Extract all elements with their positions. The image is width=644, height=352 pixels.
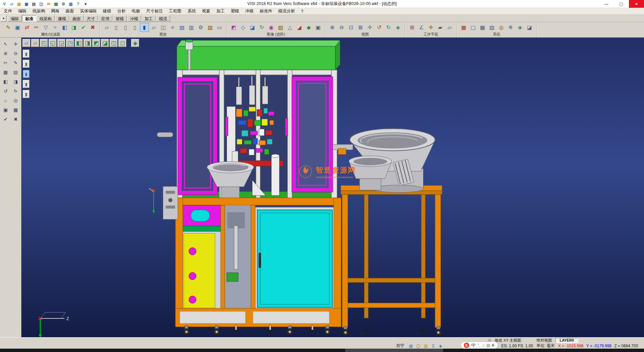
table-icon[interactable]: ▤ <box>11 68 20 76</box>
layer-settings-icon[interactable]: ⚙ <box>196 23 205 32</box>
wireframe-view-icon[interactable]: ◇ <box>238 23 248 32</box>
blank-document-icon[interactable]: ▱ <box>102 23 111 32</box>
taskbar-sliver[interactable] <box>0 349 644 352</box>
ime-toolbox-icon[interactable]: ✚ <box>491 343 495 348</box>
dynamic-rotate-icon[interactable]: ↻ <box>257 23 266 32</box>
snap-settings-icon[interactable]: ❄ <box>506 23 515 32</box>
tab-6[interactable]: 尺寸 <box>84 15 98 21</box>
save-document-icon[interactable]: ▣ <box>23 1 30 7</box>
help-icon[interactable]: ? <box>75 1 82 7</box>
menu-item-5[interactable]: 曲面 <box>63 8 77 14</box>
app-logo-icon[interactable]: V <box>1 1 8 7</box>
tab-7[interactable]: 应用 <box>98 15 112 21</box>
grid-icon[interactable]: ▦ <box>1 68 10 76</box>
trim-icon[interactable]: ✂ <box>1 59 10 67</box>
cylinder-layer-2-icon[interactable]: ▯ <box>121 23 130 32</box>
undo-icon[interactable]: ↺ <box>1 87 10 95</box>
taskbar-window-segment[interactable] <box>345 349 443 352</box>
menu-item-7[interactable]: 建模 <box>100 8 114 14</box>
measure-doc-icon[interactable]: ▭ <box>215 23 224 32</box>
texture-view-icon[interactable]: ▨ <box>276 23 285 32</box>
cylinder-layer-1-icon[interactable]: ▯ <box>112 23 121 32</box>
color-palette-icon[interactable]: ▦ <box>459 23 468 32</box>
screenshot-icon[interactable]: ▣ <box>314 23 323 32</box>
viewport-3d[interactable]: ▱▱◰◱◲◳◧◨◩◪◫◻◈ ▮▮▮▮▮ <box>21 38 644 337</box>
zoom-window-icon[interactable]: ⊡ <box>346 23 356 32</box>
filter-surfaces-icon[interactable]: ◨ <box>69 23 78 32</box>
ime-language-toggle[interactable]: 中 <box>471 342 476 348</box>
filter-apply-icon[interactable]: ✔ <box>79 23 88 32</box>
system-settings-icon[interactable]: ⚙ <box>60 1 67 7</box>
redo-icon[interactable]: ↻ <box>11 87 20 95</box>
menu-item-16[interactable]: 冲模 <box>242 8 257 14</box>
quick-filter-1-icon[interactable]: ▮ <box>23 50 30 58</box>
menu-item-14[interactable]: 加工 <box>213 8 228 14</box>
quick-filter-4-icon[interactable]: ▮ <box>23 80 30 88</box>
database-icon[interactable]: ▥ <box>67 1 74 7</box>
menu-item-6[interactable]: 实体编辑 <box>77 8 100 14</box>
view-iso-ne-icon[interactable]: ◰ <box>40 39 48 47</box>
view-page-front-icon[interactable]: ▱ <box>22 39 31 47</box>
clipboard-icon[interactable]: ▥ <box>423 343 429 349</box>
section-view-icon[interactable]: ◢ <box>295 23 304 32</box>
tab-8[interactable]: 塑模 <box>113 15 127 21</box>
menu-item-15[interactable]: 塑模 <box>228 8 242 14</box>
menu-item-2[interactable]: 编辑 <box>15 8 30 14</box>
new-document-icon[interactable]: ▱ <box>8 1 15 7</box>
menu-item-18[interactable]: 模流分析 <box>275 8 298 14</box>
ime-emoji-icon[interactable]: ☺ <box>481 343 485 348</box>
previous-view-icon[interactable]: ↺ <box>375 23 384 32</box>
stacked-layers-icon[interactable]: ≡ <box>168 23 177 32</box>
tab-9[interactable]: 冲模 <box>127 15 141 21</box>
tab-2[interactable]: 标准 <box>22 15 36 21</box>
view-right-icon[interactable]: ◪ <box>101 39 109 47</box>
assembly-machine-model[interactable]: Z <box>21 38 644 337</box>
snap-lock-label[interactable]: 控宇 <box>396 343 405 349</box>
half-section-a-icon[interactable]: ◧ <box>1 78 10 86</box>
tab-3[interactable]: 线架构 <box>37 15 55 21</box>
edit-attributes-icon[interactable]: ✎ <box>4 23 13 32</box>
cube-display-icon[interactable]: ◈ <box>516 23 525 32</box>
count-2-icon[interactable]: 2 <box>430 343 436 349</box>
shaded-view-icon[interactable]: ◩ <box>229 23 238 32</box>
isometric-view-icon[interactable]: ◈ <box>393 23 402 32</box>
zoom-out-icon[interactable]: ⊖ <box>337 23 346 32</box>
pan-view-icon[interactable]: ✛ <box>365 23 374 32</box>
database-doc-icon[interactable]: ▤ <box>177 23 186 32</box>
menu-item-4[interactable]: 网格 <box>48 8 63 14</box>
view-iso-se-icon[interactable]: ◲ <box>57 39 65 47</box>
menu-item-12[interactable]: 系统 <box>184 8 199 14</box>
open-document-icon[interactable]: ▨ <box>16 1 22 7</box>
highlight-edges-icon[interactable]: ◆ <box>304 23 313 32</box>
refresh-view-icon[interactable]: ↻ <box>384 23 393 32</box>
grid-settings-icon[interactable]: ▩ <box>478 23 487 32</box>
quick-filter-3-icon[interactable]: ▮ <box>23 70 30 78</box>
menu-item-9[interactable]: 电极 <box>129 8 143 14</box>
cube-icon[interactable]: ◈ <box>437 343 444 349</box>
hatch-settings-icon[interactable]: ▨ <box>487 23 496 32</box>
quick-filter-2-icon[interactable]: ▮ <box>23 60 30 68</box>
ime-keyboard-icon[interactable]: ▤ <box>486 343 490 348</box>
confirm-icon[interactable]: ✔ <box>1 115 10 123</box>
delete-icon[interactable]: ✖ <box>11 115 20 123</box>
tab-11[interactable]: 模流 <box>156 15 170 21</box>
half-section-b-icon[interactable]: ◨ <box>11 78 20 86</box>
zoom-in-icon[interactable]: ⊕ <box>328 23 337 32</box>
view-iso-sw-icon[interactable]: ◳ <box>66 39 74 47</box>
menu-item-1[interactable]: 文件 <box>1 8 15 14</box>
combine-layers-icon[interactable]: ◫ <box>159 23 168 32</box>
filter-wireframe-icon[interactable]: ≈ <box>51 23 60 32</box>
shadow-settings-icon[interactable]: ◪ <box>525 23 534 32</box>
menu-item-10[interactable]: 尺寸标注 <box>143 8 166 14</box>
menu-item-19[interactable]: ? <box>298 9 307 14</box>
tab-overflow-button[interactable]: ▼ <box>1 15 6 21</box>
home-view-icon[interactable]: ⌂ <box>1 96 10 104</box>
tab-10[interactable]: 加工 <box>142 15 156 21</box>
workplane-entity-icon[interactable]: ▰ <box>436 23 445 32</box>
transparency-icon[interactable]: △ <box>285 23 294 32</box>
ime-toolbar[interactable]: S 中 °,☺▤✚ <box>461 342 498 349</box>
layer-indicator[interactable]: LAYER0 <box>555 338 578 343</box>
render-quality-icon[interactable]: ◉ <box>267 23 276 32</box>
view-bottom-icon[interactable]: ◨ <box>84 39 92 47</box>
close-button[interactable]: ✕ <box>629 0 644 8</box>
